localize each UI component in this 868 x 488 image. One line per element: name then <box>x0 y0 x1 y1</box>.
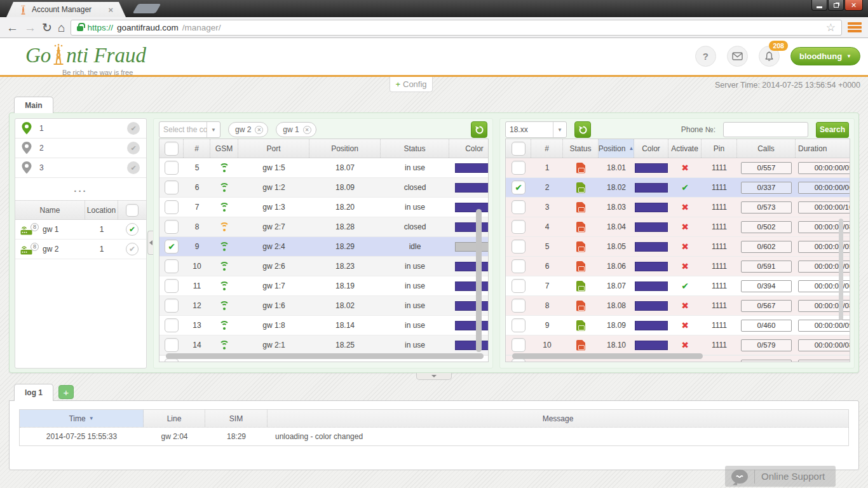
row-checkbox[interactable] <box>165 240 179 254</box>
column-header-color[interactable]: Color <box>634 139 668 158</box>
activate-icon[interactable] <box>681 222 689 232</box>
gateway-check-icon[interactable]: ✔ <box>126 223 139 236</box>
row-checkbox[interactable] <box>165 259 179 273</box>
sim-row[interactable]: 8 18.08 1111 0/567 00:00:00/08:17 <box>506 296 850 316</box>
online-support-button[interactable]: Online Support <box>725 466 836 487</box>
sim-row[interactable]: 1 18.01 1111 0/557 00:00:00/05:30 <box>506 158 850 178</box>
activate-icon[interactable] <box>681 340 689 350</box>
column-header-duration[interactable]: Duration <box>796 139 850 158</box>
help-button[interactable]: ? <box>695 46 716 67</box>
column-header-activate[interactable]: Activate <box>668 139 702 158</box>
column-header-time-sorted[interactable]: Time <box>20 410 144 427</box>
row-checkbox[interactable] <box>512 299 526 313</box>
gateway-row[interactable]: 8 gw 2 1 ✔ <box>15 240 146 259</box>
line-row[interactable]: 14 gw 2:1 18.25 in use <box>159 336 489 355</box>
row-checkbox[interactable] <box>165 279 179 293</box>
horizontal-scrollbar[interactable] <box>512 353 703 359</box>
reload-icon[interactable]: ↻ <box>42 22 52 34</box>
browser-tab[interactable]: Account Manager × <box>6 2 126 17</box>
column-header-calls[interactable]: Calls <box>737 139 796 158</box>
line-row[interactable]: 7 gw 1:3 18.20 in use <box>159 198 489 217</box>
line-row[interactable]: 8 gw 2:7 18.28 closed <box>159 217 489 237</box>
row-checkbox[interactable] <box>512 220 526 234</box>
location-check-icon[interactable]: ✔ <box>127 142 140 154</box>
browser-menu-icon[interactable] <box>848 22 862 32</box>
line-row[interactable]: 10 gw 2:6 18.23 in use <box>159 257 489 276</box>
row-checkbox[interactable] <box>512 338 526 352</box>
row-checkbox[interactable] <box>165 180 179 194</box>
activate-icon[interactable] <box>681 281 689 291</box>
vertical-scrollbar[interactable] <box>476 209 482 352</box>
collapse-bottom-handle[interactable] <box>416 373 452 380</box>
column-header-name[interactable]: Name <box>15 201 85 219</box>
more-locations-button[interactable]: ... <box>15 178 146 200</box>
line-row[interactable]: 12 gw 1:6 18.02 in use <box>159 296 489 316</box>
location-item[interactable]: 3 ✔ <box>15 158 146 178</box>
column-header-message[interactable]: Message <box>268 410 848 427</box>
activate-icon[interactable] <box>681 261 689 271</box>
chip-remove-icon[interactable]: ✕ <box>255 126 263 134</box>
row-checkbox[interactable] <box>165 220 179 234</box>
line-row[interactable]: 5 gw 1:5 18.07 in use <box>159 158 489 178</box>
row-checkbox[interactable] <box>512 279 526 293</box>
column-header-status[interactable]: Status <box>381 139 449 158</box>
horizontal-scrollbar[interactable] <box>166 353 484 359</box>
activate-icon[interactable] <box>681 320 689 330</box>
column-header-gsm[interactable]: GSM <box>210 139 238 158</box>
bookmark-star-icon[interactable]: ☆ <box>826 21 836 34</box>
notifications-button[interactable]: 208 <box>759 46 780 67</box>
refresh-lines-button[interactable] <box>471 121 487 138</box>
collapse-left-handle[interactable] <box>147 231 153 255</box>
forward-icon[interactable]: → <box>24 22 36 34</box>
line-row[interactable]: 13 gw 1:8 18.14 in use <box>159 316 489 336</box>
tab-close-icon[interactable]: × <box>108 5 113 15</box>
location-check-icon[interactable]: ✔ <box>127 161 140 174</box>
sim-row[interactable]: 10 18.10 1111 0/579 00:00:00/08:39 <box>506 336 850 355</box>
window-restore-button[interactable] <box>828 0 844 11</box>
position-filter-select[interactable]: 18.xx ▼ <box>505 121 567 138</box>
location-item[interactable]: 1 ✔ <box>15 119 146 139</box>
sim-row[interactable]: 2 18.02 1111 0/337 00:00:00/06:33 <box>506 178 850 198</box>
activate-icon[interactable] <box>681 202 689 212</box>
messages-button[interactable] <box>727 46 748 67</box>
line-filter-select[interactable]: Select the co ▼ <box>159 121 220 138</box>
log-row[interactable]: 2014-07-25 15:55:33 gw 2:04 18:29 unload… <box>20 428 848 445</box>
location-check-icon[interactable]: ✔ <box>127 122 140 135</box>
column-header-status[interactable]: Status <box>563 139 599 158</box>
sim-row[interactable]: 5 18.05 1111 0/602 00:00:00/05:48 <box>506 237 850 257</box>
column-header-pin[interactable]: Pin <box>702 139 737 158</box>
home-icon[interactable]: ⌂ <box>58 22 65 34</box>
line-row[interactable]: 11 gw 1:7 18.19 in use <box>159 276 489 296</box>
row-checkbox[interactable] <box>165 299 179 313</box>
row-checkbox[interactable] <box>165 161 179 175</box>
logo[interactable]: Go nti Fraud Be rich, the way is free <box>25 43 146 66</box>
row-checkbox[interactable] <box>512 200 526 214</box>
row-checkbox[interactable] <box>512 240 526 254</box>
column-header-number[interactable]: # <box>184 139 210 158</box>
activate-icon[interactable] <box>681 182 689 193</box>
sim-row[interactable]: 3 18.03 1111 0/573 00:00:00/10:14 <box>506 198 850 217</box>
tab-main[interactable]: Main <box>14 97 53 113</box>
column-header-position[interactable]: Position <box>309 139 381 158</box>
filter-chip-gw2[interactable]: gw 2 ✕ <box>228 122 268 137</box>
row-checkbox[interactable] <box>512 259 526 273</box>
refresh-sims-button[interactable] <box>574 121 591 138</box>
activate-icon[interactable] <box>681 301 689 311</box>
row-checkbox[interactable] <box>512 318 526 332</box>
line-row[interactable]: 9 gw 2:4 18.29 idle <box>159 237 489 257</box>
column-header-line[interactable]: Line <box>144 410 205 427</box>
sim-row[interactable]: 6 18.06 1111 0/591 00:00:00/06:38 <box>506 257 850 276</box>
search-button[interactable]: Search <box>816 122 849 138</box>
line-row[interactable]: 6 gw 1:2 18.09 closed <box>159 178 489 198</box>
column-header-sim[interactable]: SIM <box>205 410 268 427</box>
row-checkbox[interactable] <box>512 180 526 194</box>
vertical-scrollbar[interactable] <box>839 219 843 320</box>
column-header-color[interactable]: Color <box>449 139 489 158</box>
address-bar[interactable]: https://goantifraud.com/manager/ ☆ <box>71 20 842 36</box>
add-log-tab-button[interactable]: + <box>58 385 74 399</box>
phone-number-input[interactable] <box>723 122 808 137</box>
sim-row[interactable]: 9 18.09 1111 0/460 00:00:00/09:30 <box>506 316 850 336</box>
select-all-checkbox[interactable] <box>126 204 139 217</box>
column-header-location[interactable]: Location <box>85 201 118 219</box>
activate-icon[interactable] <box>681 241 689 252</box>
